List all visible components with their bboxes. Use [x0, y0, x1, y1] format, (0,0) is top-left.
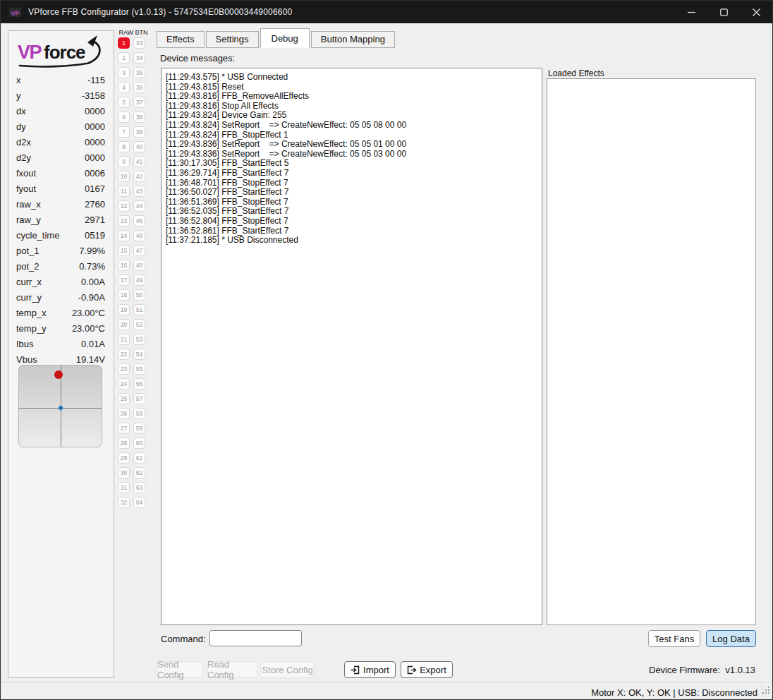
raw-button-9[interactable]: 9: [118, 156, 130, 167]
raw-button-28[interactable]: 28: [118, 438, 130, 449]
raw-button-11[interactable]: 11: [118, 186, 130, 197]
raw-button-58[interactable]: 58: [133, 408, 145, 419]
raw-button-55[interactable]: 55: [133, 363, 145, 375]
raw-button-4[interactable]: 4: [118, 82, 130, 93]
raw-button-31[interactable]: 31: [118, 482, 130, 493]
test-fans-button[interactable]: Test Fans: [648, 630, 700, 647]
raw-button-20[interactable]: 20: [118, 319, 130, 330]
raw-button-33[interactable]: 33: [133, 37, 145, 49]
raw-button-26[interactable]: 26: [118, 408, 130, 419]
raw-button-45[interactable]: 45: [133, 215, 145, 227]
raw-button-19[interactable]: 19: [118, 304, 130, 315]
telemetry-value: 23.00°C: [72, 308, 105, 318]
raw-button-16[interactable]: 16: [118, 260, 130, 271]
raw-button-5[interactable]: 5: [118, 97, 130, 108]
raw-button-48[interactable]: 48: [133, 260, 145, 271]
import-button[interactable]: Import: [344, 661, 396, 678]
tab-settings[interactable]: Settings: [206, 31, 259, 48]
raw-button-64[interactable]: 64: [133, 497, 145, 508]
telemetry-row-pot_2: pot_20.73%: [8, 258, 114, 274]
raw-button-12[interactable]: 12: [118, 200, 130, 212]
telemetry-row-Ibus: Ibus0.01A: [8, 336, 114, 351]
resize-grip-icon[interactable]: [762, 684, 770, 697]
raw-button-49[interactable]: 49: [133, 274, 145, 286]
raw-button-41[interactable]: 41: [133, 156, 145, 167]
tab-button-mapping[interactable]: Button Mapping: [311, 31, 395, 48]
raw-button-47[interactable]: 47: [133, 245, 145, 256]
telemetry-label: pot_2: [16, 261, 39, 272]
raw-button-46[interactable]: 46: [133, 230, 145, 241]
raw-button-57[interactable]: 57: [133, 393, 145, 404]
raw-button-34[interactable]: 34: [133, 52, 145, 64]
raw-button-53[interactable]: 53: [133, 334, 145, 345]
telemetry-row-cycle_time: cycle_time0519: [8, 227, 114, 243]
log-line: [11:36:48.701] FFB_StopEffect 7: [166, 179, 539, 188]
raw-button-grid: 1234567891011121314151617181920212223242…: [118, 37, 145, 508]
raw-button-50[interactable]: 50: [133, 289, 145, 301]
raw-button-10[interactable]: 10: [118, 171, 130, 182]
telemetry-label: d2x: [16, 137, 31, 147]
export-button[interactable]: Export: [401, 661, 453, 678]
raw-button-17[interactable]: 17: [118, 274, 130, 286]
raw-button-51[interactable]: 51: [133, 304, 145, 315]
raw-button-61[interactable]: 61: [133, 452, 145, 464]
raw-button-54[interactable]: 54: [133, 349, 145, 360]
device-messages-log[interactable]: [11:29:43.575] * USB Connected[11:29:43.…: [161, 68, 542, 625]
raw-button-44[interactable]: 44: [133, 200, 145, 212]
raw-button-52[interactable]: 52: [133, 319, 145, 330]
raw-button-37[interactable]: 37: [133, 97, 145, 108]
raw-button-63[interactable]: 63: [133, 482, 145, 493]
telemetry-value: 23.00°C: [72, 323, 105, 334]
loaded-effects-list[interactable]: [547, 78, 756, 625]
raw-button-3[interactable]: 3: [118, 67, 130, 78]
raw-button-25[interactable]: 25: [118, 393, 130, 404]
log-line: [11:36:50.027] FFB_StartEffect 7: [166, 188, 539, 198]
raw-button-56[interactable]: 56: [133, 378, 145, 390]
raw-button-24[interactable]: 24: [118, 378, 130, 390]
raw-button-38[interactable]: 38: [133, 111, 145, 123]
raw-button-30[interactable]: 30: [118, 467, 130, 478]
send-config-button[interactable]: Send Config: [157, 661, 203, 678]
telemetry-value: 7.99%: [79, 246, 105, 256]
raw-button-23[interactable]: 23: [118, 363, 130, 375]
raw-button-43[interactable]: 43: [133, 186, 145, 197]
raw-button-6[interactable]: 6: [118, 111, 130, 123]
raw-button-13[interactable]: 13: [118, 215, 130, 227]
tab-effects[interactable]: Effects: [157, 31, 205, 48]
log-line: [11:29:43.836] SetReport => CreateNewEff…: [166, 150, 539, 159]
log-data-button[interactable]: Log Data: [706, 630, 756, 647]
store-config-button[interactable]: Store Config: [260, 661, 315, 678]
raw-button-60[interactable]: 60: [133, 438, 145, 449]
telemetry-row-d2x: d2x0000: [8, 134, 114, 150]
raw-button-27[interactable]: 27: [118, 423, 130, 434]
raw-button-36[interactable]: 36: [133, 82, 145, 93]
read-config-button[interactable]: Read Config: [207, 661, 257, 678]
log-line: [11:29:43.815] Reset: [166, 83, 539, 92]
telemetry-row-x: x-115: [8, 72, 114, 88]
raw-button-8[interactable]: 8: [118, 141, 130, 152]
raw-button-14[interactable]: 14: [118, 230, 130, 241]
tab-debug[interactable]: Debug: [260, 28, 310, 48]
raw-button-2[interactable]: 2: [118, 52, 130, 64]
raw-button-59[interactable]: 59: [133, 423, 145, 434]
raw-button-21[interactable]: 21: [118, 334, 130, 345]
raw-button-1[interactable]: 1: [118, 37, 130, 49]
raw-button-15[interactable]: 15: [118, 245, 130, 256]
raw-button-62[interactable]: 62: [133, 467, 145, 478]
raw-button-29[interactable]: 29: [118, 452, 130, 464]
raw-button-18[interactable]: 18: [118, 289, 130, 301]
command-input[interactable]: [209, 630, 302, 646]
raw-button-39[interactable]: 39: [133, 126, 145, 138]
raw-button-7[interactable]: 7: [118, 126, 130, 138]
minimize-button[interactable]: [675, 1, 707, 23]
raw-button-32[interactable]: 32: [118, 497, 130, 508]
raw-button-35[interactable]: 35: [133, 67, 145, 78]
close-button[interactable]: [740, 1, 772, 23]
telemetry-label: y: [16, 90, 21, 101]
telemetry-value: 0000: [85, 121, 105, 132]
raw-button-42[interactable]: 42: [133, 171, 145, 182]
maximize-button[interactable]: [707, 1, 740, 23]
raw-button-22[interactable]: 22: [118, 349, 130, 360]
raw-button-40[interactable]: 40: [133, 141, 145, 152]
svg-text:VP: VP: [11, 9, 19, 16]
